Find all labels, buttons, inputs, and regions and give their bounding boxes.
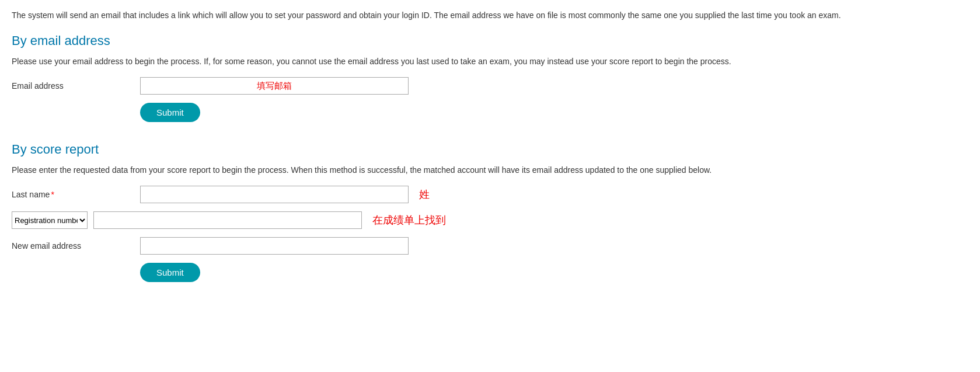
last-name-row: Last name* 姓 [12,186,968,203]
new-email-row: New email address [12,237,968,255]
registration-number-dropdown[interactable]: Registration number Admission number Can… [12,211,88,229]
email-input-wrapper: 填写邮箱 [140,77,409,95]
score-section-description: Please enter the requested data from you… [12,164,968,176]
registration-number-row: Registration number Admission number Can… [12,211,968,229]
email-section: By email address Please use your email a… [12,33,968,128]
last-name-required: * [51,190,54,199]
score-section: By score report Please enter the request… [12,142,968,288]
email-address-input[interactable] [140,77,409,95]
last-name-label: Last name* [12,190,140,199]
email-section-description: Please use your email address to begin t… [12,55,968,68]
email-submit-button[interactable]: Submit [140,103,200,122]
score-submit-row: Submit [12,263,968,288]
email-submit-row: Submit [12,103,968,128]
new-email-input[interactable] [140,237,409,255]
registration-number-annotation: 在成绩单上找到 [372,213,446,227]
email-address-label: Email address [12,81,140,91]
email-section-heading: By email address [12,33,968,48]
registration-number-input[interactable] [93,211,362,229]
score-submit-button[interactable]: Submit [140,263,200,282]
last-name-input[interactable] [140,186,409,203]
email-address-row: Email address 填写邮箱 [12,77,968,95]
last-name-annotation: 姓 [419,187,430,201]
new-email-label: New email address [12,241,140,251]
score-section-heading: By score report [12,142,968,157]
intro-text: The system will send an email that inclu… [12,9,968,22]
